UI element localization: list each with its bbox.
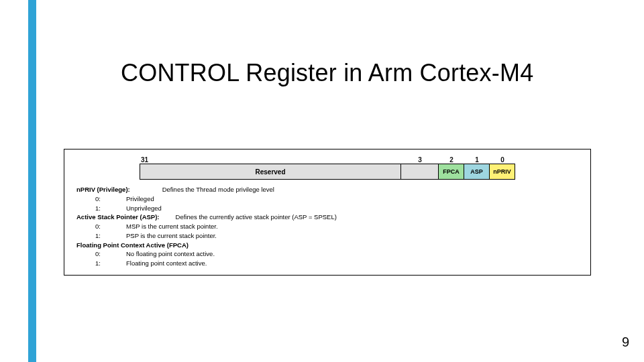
- register-diagram: 31 3 2 1 0 Reserved FPCA ASP nPRIV: [140, 156, 515, 180]
- asp-label: Active Stack Pointer (ASP):: [76, 213, 160, 222]
- npriv-0-key: 0:: [76, 194, 126, 204]
- cell-asp: ASP: [464, 164, 490, 180]
- npriv-1-val: Unprivileged: [126, 204, 162, 213]
- asp-0-key: 0:: [76, 222, 126, 231]
- description-block: nPRIV (Privilege): Defines the Thread mo…: [76, 185, 578, 268]
- asp-def: Defines the currently active stack point…: [176, 213, 337, 222]
- cell-fpca: FPCA: [439, 164, 464, 180]
- accent-bar: [28, 0, 36, 362]
- fpca-1-val: Floating point context active.: [126, 259, 207, 268]
- bit-label-31: 31: [140, 156, 401, 164]
- cell-npriv: nPRIV: [490, 164, 515, 180]
- page-number: 9: [622, 335, 629, 350]
- fpca-0-key: 0:: [76, 249, 126, 259]
- npriv-label: nPRIV (Privilege):: [76, 185, 130, 194]
- fpca-0-val: No floating point context active.: [126, 249, 215, 259]
- npriv-1-key: 1:: [76, 204, 126, 213]
- cell-reserved: Reserved: [140, 164, 401, 180]
- fpca-1-key: 1:: [76, 259, 126, 268]
- register-cells: Reserved FPCA ASP nPRIV: [140, 164, 515, 180]
- asp-1-val: PSP is the current stack pointer.: [126, 231, 217, 241]
- asp-0-val: MSP is the current stack pointer.: [126, 222, 218, 231]
- bit-label-0: 0: [490, 156, 515, 164]
- content-box: 31 3 2 1 0 Reserved FPCA ASP nPRIV nPRIV…: [64, 149, 591, 276]
- bit-label-3: 3: [401, 156, 439, 164]
- npriv-def: Defines the Thread mode privilege level: [162, 185, 274, 194]
- bit-label-1: 1: [464, 156, 490, 164]
- asp-1-key: 1:: [76, 231, 126, 241]
- npriv-0-val: Privileged: [126, 194, 154, 204]
- cell-gap: [401, 164, 439, 180]
- bit-label-2: 2: [439, 156, 464, 164]
- fpca-label: Floating Point Context Active (FPCA): [76, 241, 189, 250]
- slide-title: CONTROL Register in Arm Cortex-M4: [121, 59, 533, 87]
- bit-labels: 31 3 2 1 0: [140, 156, 515, 164]
